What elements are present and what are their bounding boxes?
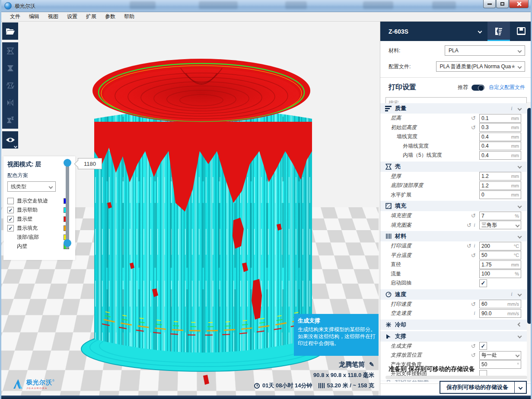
edit-name-icon[interactable]: ✎ (369, 361, 374, 368)
folder-open-icon (6, 27, 15, 35)
chevron-down-icon[interactable] (518, 334, 522, 339)
custom-profile-link[interactable]: 自定义配置文件 (489, 84, 525, 91)
settings-section-2[interactable]: 填充 (380, 201, 527, 211)
rotate-tool-button[interactable] (2, 77, 18, 94)
maximize-button[interactable] (496, 0, 509, 8)
layer-range-slider[interactable] (64, 159, 70, 254)
reset-icon[interactable]: ↺ (470, 343, 477, 349)
chevron-down-icon[interactable] (518, 234, 522, 238)
chevron-down-icon[interactable] (518, 106, 522, 111)
printer-monitor-icon (516, 27, 526, 36)
setting-input[interactable]: 0.1mm (479, 114, 521, 123)
setting-input[interactable]: 50° (479, 360, 521, 369)
material-select[interactable]: PLA (445, 45, 525, 56)
input-value: 1.2 (481, 173, 511, 179)
color-scheme-select[interactable]: 线类型 (7, 181, 56, 192)
viewport-3d[interactable]: 视图模式: 层 配色方案 线类型 显示空走轨迹✓显示帮助✓显示壁✓显示填充顶部/… (0, 22, 379, 396)
slider-bottom-handle[interactable] (64, 239, 71, 247)
move-tool-button[interactable] (2, 42, 18, 60)
minimize-button[interactable] (483, 0, 496, 8)
reset-icon[interactable]: ↺ (470, 252, 477, 259)
printer-select[interactable]: Z-603S (380, 22, 487, 41)
setting-input[interactable]: 0mm (479, 190, 521, 199)
setting-input[interactable]: 1.75mm (479, 260, 521, 269)
legend-checkbox[interactable]: ✓ (7, 216, 14, 222)
mirror-tool-button[interactable] (2, 94, 18, 111)
setting-input[interactable]: 100% (479, 269, 521, 278)
desktop-blur-artifact (199, 1, 238, 9)
desktop-blur-artifact (432, 1, 456, 9)
setting-row-1-2: 水平扩展0mm (380, 190, 527, 200)
setting-label: 启动回抽 (380, 279, 477, 287)
setting-select[interactable]: 三角形 (479, 221, 521, 229)
chevron-down-icon[interactable] (518, 292, 522, 297)
settings-section-6[interactable]: 支撑 (380, 331, 527, 342)
reset-icon[interactable]: ↺ (470, 301, 477, 307)
menu-item-4[interactable]: 扩展 (82, 12, 101, 22)
setting-input[interactable]: 7% (479, 212, 521, 220)
setting-input[interactable]: 1.2mm (479, 172, 521, 180)
save-options-dropdown[interactable] (515, 382, 526, 393)
setting-input[interactable]: 60mm/s (479, 300, 521, 308)
setting-input[interactable]: 1.2mm (479, 181, 521, 190)
profile-select[interactable]: PLA 普通质量(PLA Norma Qua ★ (436, 61, 526, 72)
reset-icon[interactable]: ↺ (466, 243, 472, 249)
close-button[interactable] (509, 0, 529, 8)
maximize-icon (500, 2, 504, 6)
chevron-left-icon[interactable] (518, 323, 522, 327)
setting-input[interactable]: 50°C (479, 251, 521, 260)
model-dimensions: 90.8 x 90.8 x 118.0 毫米 (254, 371, 374, 379)
setting-select[interactable]: 每一处 (479, 351, 521, 360)
support-tooltip: 生成支撑 生成结构来支撑模型的某些部分。如果没有这些结构，这些部件在打印过程中会… (294, 314, 379, 356)
reset-icon[interactable]: ↺ (470, 352, 477, 358)
recommended-custom-toggle[interactable] (471, 85, 484, 91)
menu-item-2[interactable]: 视图 (44, 12, 63, 22)
chevron-down-icon[interactable] (518, 204, 522, 208)
settings-section-5[interactable]: 冷却 (380, 320, 527, 330)
save-to-removable-button[interactable]: 保存到可移动的存储设备 (440, 381, 527, 394)
setting-input[interactable]: 0.4mm (479, 142, 521, 150)
chevron-down-icon[interactable] (518, 165, 522, 169)
reset-icon[interactable]: ↺ (470, 124, 477, 131)
legend-checkbox[interactable]: ✓ (7, 225, 14, 231)
legend-checkbox[interactable]: ✓ (7, 207, 14, 213)
menu-item-6[interactable]: 帮助 (120, 12, 139, 22)
menu-item-1[interactable]: 编辑 (25, 12, 44, 22)
slider-top-handle[interactable] (64, 159, 71, 167)
open-file-button[interactable] (2, 22, 18, 40)
menu-item-5[interactable]: 参数 (101, 12, 120, 22)
title-bar[interactable]: 极光尔沃 (0, 0, 532, 12)
reset-icon[interactable]: ↺ (466, 222, 472, 228)
legend-checkbox[interactable] (7, 198, 14, 204)
setting-input[interactable]: 0.3mm (479, 123, 521, 132)
profile-value: PLA 普通质量(PLA Norma Qua (440, 63, 511, 70)
scale-tool-button[interactable] (2, 60, 18, 77)
brand-mark-icon (13, 378, 24, 390)
reset-icon[interactable]: ↺ (470, 115, 477, 121)
setting-input[interactable]: 90.0mm/s (479, 309, 521, 318)
slider-track[interactable] (66, 162, 69, 249)
setting-checkbox[interactable]: ✓ (479, 342, 487, 350)
menu-item-0[interactable]: 文件 (6, 12, 25, 22)
settings-scrollbar[interactable] (527, 102, 532, 382)
settings-section-3[interactable]: 材料 (380, 231, 527, 241)
scrollbar-thumb[interactable] (527, 108, 532, 324)
menu-item-3[interactable]: 设置 (63, 12, 82, 22)
chevron-down-icon (14, 145, 17, 148)
setting-input[interactable]: 200°C (479, 242, 521, 250)
setting-input[interactable]: 0.4mm (479, 133, 521, 141)
input-value: 1.2 (481, 183, 511, 189)
printer-header: Z-603S (380, 22, 532, 41)
setting-input[interactable]: 0.4mm (479, 151, 521, 160)
legend-label: 显示填充 (17, 225, 64, 232)
tab-printer-monitor[interactable] (510, 22, 532, 41)
settings-section-0[interactable]: 质量i (380, 103, 527, 114)
view-mode-button[interactable] (2, 131, 18, 149)
setting-label: 层高 (380, 114, 470, 122)
settings-section-1[interactable]: 壳 (380, 162, 527, 172)
reset-icon[interactable]: ↺ (470, 212, 477, 219)
per-model-settings-button[interactable] (2, 111, 18, 129)
settings-section-4[interactable]: 速度i (380, 289, 527, 300)
tab-prepare-slice[interactable] (487, 22, 510, 41)
setting-checkbox[interactable]: ✓ (479, 279, 487, 287)
